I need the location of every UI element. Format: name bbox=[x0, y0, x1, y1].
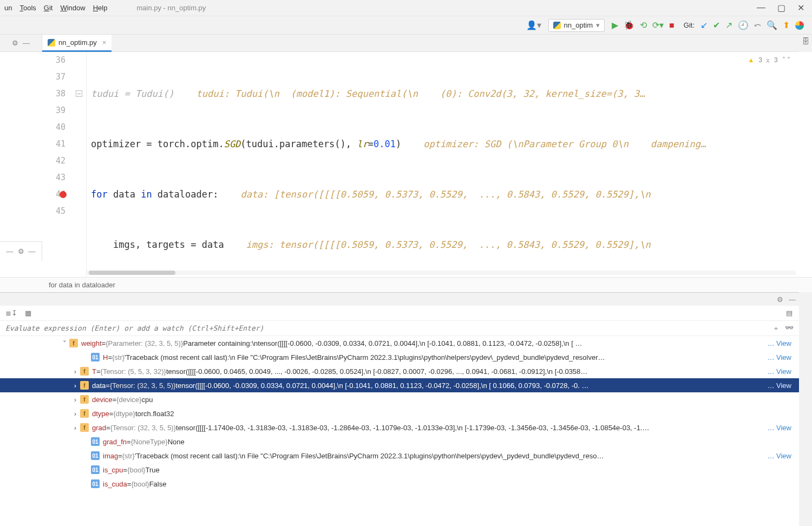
gear-icon[interactable]: ⚙ bbox=[18, 247, 24, 255]
git-history-icon[interactable]: 🕘 bbox=[738, 20, 749, 30]
view-link[interactable]: … View bbox=[767, 424, 791, 432]
var-grad-fn[interactable]: 01 grad_fn = {NoneType} None bbox=[0, 435, 799, 449]
var-data[interactable]: › f data = {Tensor: (32, 3, 5, 5)} tenso… bbox=[0, 378, 799, 392]
git-label: Git: bbox=[684, 21, 695, 29]
menubar: un Tools Git Window Help main.py - nn_op… bbox=[0, 0, 812, 16]
collapse-icon[interactable]: — bbox=[23, 39, 30, 47]
run-icon[interactable]: ▶ bbox=[612, 20, 618, 30]
add-watch-icon[interactable]: ＋ bbox=[772, 324, 780, 333]
debugger-toolbar: ≣↧ ▦ ▤ bbox=[0, 306, 799, 321]
line-number: 38– bbox=[0, 86, 66, 102]
sync-up-icon[interactable]: ⬆ bbox=[783, 20, 790, 30]
rerun-icon[interactable]: ⟲ bbox=[640, 20, 647, 30]
field-icon: f bbox=[80, 395, 89, 404]
python-icon bbox=[553, 22, 561, 29]
field-icon: f bbox=[80, 409, 89, 418]
warning-icon: ▲ bbox=[748, 56, 754, 64]
line-number: 40 bbox=[0, 119, 66, 136]
expand-icon[interactable]: › bbox=[70, 382, 80, 390]
editor-horizontal-scrollbar[interactable] bbox=[87, 271, 796, 275]
maximize-icon[interactable]: ▢ bbox=[777, 3, 785, 13]
breakpoint-icon[interactable] bbox=[60, 191, 67, 198]
line-number: 36 bbox=[0, 52, 66, 69]
inspection-widget[interactable]: ▲3 ꭕ3 ˄ ˅ bbox=[748, 56, 790, 64]
view-link[interactable]: … View bbox=[767, 452, 791, 460]
run-config-name: nn_optim bbox=[564, 21, 593, 29]
database-icon[interactable]: 🗄 bbox=[802, 37, 809, 45]
scrollbar-thumb[interactable] bbox=[89, 271, 175, 275]
close-tab-icon[interactable]: × bbox=[102, 38, 107, 47]
field-icon: f bbox=[80, 367, 89, 376]
minus-icon[interactable]: — bbox=[6, 247, 14, 255]
view-link[interactable]: … View bbox=[767, 367, 791, 376]
menu-git[interactable]: Git bbox=[44, 4, 53, 12]
frames-icon[interactable]: ≣↧ bbox=[5, 309, 17, 317]
expand-icon[interactable]: › bbox=[70, 396, 80, 404]
var-h[interactable]: 01 H = {str} 'Traceback (most recent cal… bbox=[0, 350, 799, 364]
string-icon: 01 bbox=[91, 353, 100, 361]
layout-icon[interactable]: ▤ bbox=[786, 309, 793, 317]
line-number: 37 bbox=[0, 69, 66, 86]
git-push-icon[interactable]: ↗ bbox=[725, 20, 732, 30]
run-with-coverage-icon[interactable]: ⟳▾ bbox=[652, 20, 664, 30]
variables-tree[interactable]: ˅ f weight = {Parameter: (32, 3, 5, 5)} … bbox=[0, 336, 799, 526]
var-is-cpu[interactable]: 01 is_cpu = {bool} True bbox=[0, 463, 799, 477]
git-commit-icon[interactable]: ✔ bbox=[713, 20, 720, 30]
code-area[interactable]: tudui = Tudui() tudui: Tudui(\n (model1)… bbox=[87, 52, 812, 277]
var-device[interactable]: › f device = {device} cpu bbox=[0, 392, 799, 406]
collapse-icon[interactable]: — bbox=[29, 247, 36, 255]
menu-window[interactable]: Window bbox=[60, 4, 85, 12]
evaluate-expression-row: ＋ 👓 bbox=[0, 321, 799, 336]
expand-icon[interactable]: › bbox=[70, 410, 80, 418]
window-controls: — ▢ ✕ bbox=[757, 3, 808, 13]
var-imag[interactable]: 01 imag = {str} 'Traceback (most recent … bbox=[0, 449, 799, 463]
expand-icon[interactable]: › bbox=[70, 367, 80, 376]
project-tool-strip: ⚙ — bbox=[0, 35, 42, 51]
structure-tool-strip: — ⚙ — bbox=[0, 241, 42, 261]
minimize-panel-icon[interactable]: — bbox=[789, 295, 796, 304]
python-file-icon bbox=[48, 39, 55, 47]
fold-icon[interactable]: – bbox=[76, 90, 82, 97]
git-revert-icon[interactable]: ⤺ bbox=[754, 20, 761, 30]
minimize-icon[interactable]: — bbox=[757, 3, 765, 13]
code-editor[interactable]: 36 37 38– 39 40 41 42 43 44 45 tudui = T… bbox=[0, 52, 812, 277]
string-icon: 01 bbox=[91, 437, 100, 446]
file-tab-label: nn_optim.py bbox=[58, 38, 97, 47]
menu-tools[interactable]: Tools bbox=[19, 4, 36, 12]
user-icon[interactable]: 👤▾ bbox=[526, 20, 541, 30]
expand-icon[interactable]: › bbox=[70, 424, 80, 432]
watch-menu-icon[interactable]: 👓 bbox=[785, 324, 794, 333]
typo-icon: ꭕ bbox=[767, 56, 770, 64]
var-t[interactable]: › f T = {Tensor: (5, 5, 3, 32)} tensor([… bbox=[0, 364, 799, 378]
var-dtype[interactable]: › f dtype = {dtype} torch.float32 bbox=[0, 406, 799, 420]
view-link[interactable]: … View bbox=[767, 353, 791, 361]
gear-icon[interactable]: ⚙ bbox=[12, 39, 18, 47]
menu-help[interactable]: Help bbox=[93, 4, 108, 12]
file-tab-nn-optim[interactable]: nn_optim.py × bbox=[42, 35, 112, 52]
field-icon: f bbox=[80, 423, 89, 432]
var-grad[interactable]: › f grad = {Tensor: (32, 3, 5, 5)} tenso… bbox=[0, 420, 799, 435]
run-config-selector[interactable]: nn_optim ▾ bbox=[548, 19, 605, 32]
line-number: 45 bbox=[0, 203, 66, 220]
var-weight[interactable]: ˅ f weight = {Parameter: (32, 3, 5, 5)} … bbox=[0, 336, 799, 350]
breadcrumb[interactable]: for data in dataloader bbox=[0, 277, 812, 292]
close-icon[interactable]: ✕ bbox=[797, 3, 804, 13]
gear-icon[interactable]: ⚙ bbox=[777, 295, 783, 304]
editor-tabs: ⚙ — nn_optim.py × ⋮ bbox=[0, 35, 812, 52]
field-icon: f bbox=[80, 381, 89, 390]
view-link[interactable]: … View bbox=[767, 339, 791, 347]
line-number: 44 bbox=[0, 186, 66, 203]
evaluate-expression-input[interactable] bbox=[5, 324, 772, 332]
git-pull-icon[interactable]: ↙ bbox=[700, 20, 708, 30]
view-link[interactable]: … View bbox=[767, 382, 791, 390]
menu-run[interactable]: un bbox=[4, 4, 12, 12]
search-icon[interactable]: 🔍 bbox=[767, 20, 777, 30]
stop-icon[interactable]: ■ bbox=[669, 21, 675, 30]
up-down-icon: ˄ ˅ bbox=[782, 56, 790, 64]
threads-icon[interactable]: ▦ bbox=[25, 309, 31, 317]
debug-icon[interactable]: 🐞 bbox=[624, 20, 634, 30]
var-is-cuda[interactable]: 01 is_cuda = {bool} False bbox=[0, 477, 799, 491]
expand-icon[interactable]: ˅ bbox=[60, 339, 69, 347]
ide-services-icon[interactable] bbox=[795, 21, 804, 30]
window-title: main.py - nn_optim.py bbox=[136, 4, 206, 12]
